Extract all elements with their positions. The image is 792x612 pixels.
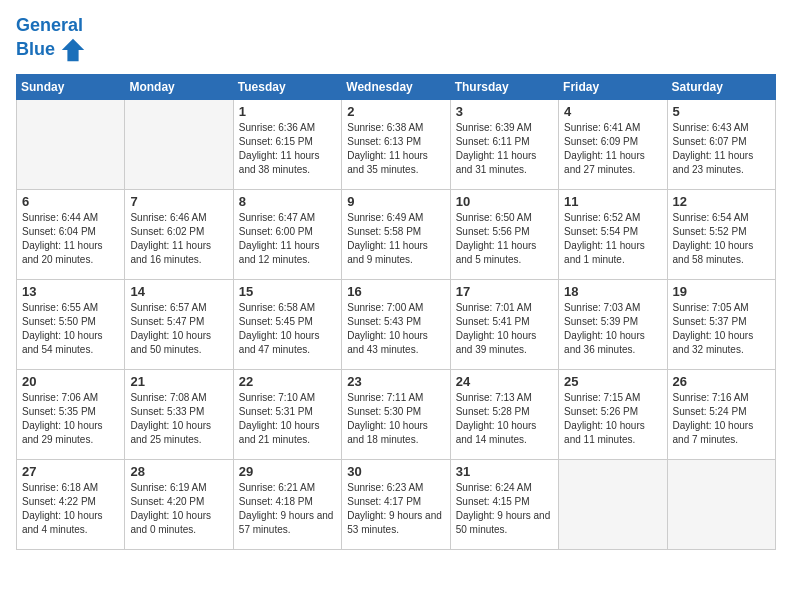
calendar-cell: 8Sunrise: 6:47 AM Sunset: 6:00 PM Daylig…	[233, 189, 341, 279]
day-info: Sunrise: 7:05 AM Sunset: 5:37 PM Dayligh…	[673, 301, 770, 357]
day-number: 25	[564, 374, 661, 389]
calendar-cell	[125, 99, 233, 189]
day-number: 8	[239, 194, 336, 209]
day-number: 19	[673, 284, 770, 299]
day-number: 13	[22, 284, 119, 299]
day-number: 5	[673, 104, 770, 119]
calendar-cell: 24Sunrise: 7:13 AM Sunset: 5:28 PM Dayli…	[450, 369, 558, 459]
calendar-cell: 25Sunrise: 7:15 AM Sunset: 5:26 PM Dayli…	[559, 369, 667, 459]
calendar-cell: 26Sunrise: 7:16 AM Sunset: 5:24 PM Dayli…	[667, 369, 775, 459]
day-number: 4	[564, 104, 661, 119]
weekday-header-tuesday: Tuesday	[233, 74, 341, 99]
day-info: Sunrise: 6:18 AM Sunset: 4:22 PM Dayligh…	[22, 481, 119, 537]
logo: General Blue	[16, 16, 87, 64]
calendar-cell: 18Sunrise: 7:03 AM Sunset: 5:39 PM Dayli…	[559, 279, 667, 369]
day-number: 26	[673, 374, 770, 389]
day-info: Sunrise: 6:57 AM Sunset: 5:47 PM Dayligh…	[130, 301, 227, 357]
day-info: Sunrise: 7:13 AM Sunset: 5:28 PM Dayligh…	[456, 391, 553, 447]
calendar-cell: 15Sunrise: 6:58 AM Sunset: 5:45 PM Dayli…	[233, 279, 341, 369]
weekday-header-sunday: Sunday	[17, 74, 125, 99]
day-number: 18	[564, 284, 661, 299]
day-info: Sunrise: 6:39 AM Sunset: 6:11 PM Dayligh…	[456, 121, 553, 177]
day-number: 21	[130, 374, 227, 389]
day-info: Sunrise: 6:38 AM Sunset: 6:13 PM Dayligh…	[347, 121, 444, 177]
calendar-cell: 1Sunrise: 6:36 AM Sunset: 6:15 PM Daylig…	[233, 99, 341, 189]
weekday-header-friday: Friday	[559, 74, 667, 99]
calendar-cell	[559, 459, 667, 549]
day-info: Sunrise: 6:24 AM Sunset: 4:15 PM Dayligh…	[456, 481, 553, 537]
page-header: General Blue	[16, 16, 776, 64]
day-info: Sunrise: 6:50 AM Sunset: 5:56 PM Dayligh…	[456, 211, 553, 267]
svg-marker-0	[62, 39, 84, 61]
calendar-cell: 21Sunrise: 7:08 AM Sunset: 5:33 PM Dayli…	[125, 369, 233, 459]
weekday-header-thursday: Thursday	[450, 74, 558, 99]
day-info: Sunrise: 6:47 AM Sunset: 6:00 PM Dayligh…	[239, 211, 336, 267]
day-info: Sunrise: 6:46 AM Sunset: 6:02 PM Dayligh…	[130, 211, 227, 267]
day-number: 20	[22, 374, 119, 389]
logo-text: General	[16, 16, 87, 36]
day-number: 3	[456, 104, 553, 119]
calendar-cell: 4Sunrise: 6:41 AM Sunset: 6:09 PM Daylig…	[559, 99, 667, 189]
day-info: Sunrise: 6:44 AM Sunset: 6:04 PM Dayligh…	[22, 211, 119, 267]
calendar-cell: 20Sunrise: 7:06 AM Sunset: 5:35 PM Dayli…	[17, 369, 125, 459]
day-info: Sunrise: 6:41 AM Sunset: 6:09 PM Dayligh…	[564, 121, 661, 177]
calendar-cell: 23Sunrise: 7:11 AM Sunset: 5:30 PM Dayli…	[342, 369, 450, 459]
calendar-cell: 13Sunrise: 6:55 AM Sunset: 5:50 PM Dayli…	[17, 279, 125, 369]
day-number: 9	[347, 194, 444, 209]
day-info: Sunrise: 6:54 AM Sunset: 5:52 PM Dayligh…	[673, 211, 770, 267]
calendar-cell: 19Sunrise: 7:05 AM Sunset: 5:37 PM Dayli…	[667, 279, 775, 369]
day-number: 16	[347, 284, 444, 299]
calendar-cell: 16Sunrise: 7:00 AM Sunset: 5:43 PM Dayli…	[342, 279, 450, 369]
day-number: 12	[673, 194, 770, 209]
day-info: Sunrise: 6:52 AM Sunset: 5:54 PM Dayligh…	[564, 211, 661, 267]
weekday-header-saturday: Saturday	[667, 74, 775, 99]
day-number: 2	[347, 104, 444, 119]
calendar-cell: 3Sunrise: 6:39 AM Sunset: 6:11 PM Daylig…	[450, 99, 558, 189]
calendar-cell: 7Sunrise: 6:46 AM Sunset: 6:02 PM Daylig…	[125, 189, 233, 279]
day-info: Sunrise: 7:15 AM Sunset: 5:26 PM Dayligh…	[564, 391, 661, 447]
logo-text2: Blue	[16, 36, 87, 64]
day-number: 24	[456, 374, 553, 389]
calendar-cell: 14Sunrise: 6:57 AM Sunset: 5:47 PM Dayli…	[125, 279, 233, 369]
day-info: Sunrise: 6:19 AM Sunset: 4:20 PM Dayligh…	[130, 481, 227, 537]
day-number: 29	[239, 464, 336, 479]
day-info: Sunrise: 6:43 AM Sunset: 6:07 PM Dayligh…	[673, 121, 770, 177]
day-number: 17	[456, 284, 553, 299]
calendar-cell: 10Sunrise: 6:50 AM Sunset: 5:56 PM Dayli…	[450, 189, 558, 279]
day-number: 27	[22, 464, 119, 479]
day-info: Sunrise: 7:03 AM Sunset: 5:39 PM Dayligh…	[564, 301, 661, 357]
calendar-cell: 9Sunrise: 6:49 AM Sunset: 5:58 PM Daylig…	[342, 189, 450, 279]
day-number: 15	[239, 284, 336, 299]
day-info: Sunrise: 6:58 AM Sunset: 5:45 PM Dayligh…	[239, 301, 336, 357]
calendar-cell	[667, 459, 775, 549]
day-info: Sunrise: 7:16 AM Sunset: 5:24 PM Dayligh…	[673, 391, 770, 447]
calendar-cell: 5Sunrise: 6:43 AM Sunset: 6:07 PM Daylig…	[667, 99, 775, 189]
calendar-cell: 30Sunrise: 6:23 AM Sunset: 4:17 PM Dayli…	[342, 459, 450, 549]
calendar-cell: 22Sunrise: 7:10 AM Sunset: 5:31 PM Dayli…	[233, 369, 341, 459]
calendar-cell: 28Sunrise: 6:19 AM Sunset: 4:20 PM Dayli…	[125, 459, 233, 549]
day-info: Sunrise: 7:08 AM Sunset: 5:33 PM Dayligh…	[130, 391, 227, 447]
day-number: 22	[239, 374, 336, 389]
weekday-header-wednesday: Wednesday	[342, 74, 450, 99]
day-number: 6	[22, 194, 119, 209]
day-number: 1	[239, 104, 336, 119]
calendar-cell: 12Sunrise: 6:54 AM Sunset: 5:52 PM Dayli…	[667, 189, 775, 279]
calendar-cell: 11Sunrise: 6:52 AM Sunset: 5:54 PM Dayli…	[559, 189, 667, 279]
calendar-cell: 6Sunrise: 6:44 AM Sunset: 6:04 PM Daylig…	[17, 189, 125, 279]
day-info: Sunrise: 6:49 AM Sunset: 5:58 PM Dayligh…	[347, 211, 444, 267]
day-info: Sunrise: 7:06 AM Sunset: 5:35 PM Dayligh…	[22, 391, 119, 447]
day-info: Sunrise: 7:00 AM Sunset: 5:43 PM Dayligh…	[347, 301, 444, 357]
calendar-cell: 27Sunrise: 6:18 AM Sunset: 4:22 PM Dayli…	[17, 459, 125, 549]
calendar-cell: 29Sunrise: 6:21 AM Sunset: 4:18 PM Dayli…	[233, 459, 341, 549]
day-info: Sunrise: 7:01 AM Sunset: 5:41 PM Dayligh…	[456, 301, 553, 357]
day-number: 30	[347, 464, 444, 479]
day-info: Sunrise: 6:36 AM Sunset: 6:15 PM Dayligh…	[239, 121, 336, 177]
calendar-cell: 17Sunrise: 7:01 AM Sunset: 5:41 PM Dayli…	[450, 279, 558, 369]
day-info: Sunrise: 6:23 AM Sunset: 4:17 PM Dayligh…	[347, 481, 444, 537]
weekday-header-monday: Monday	[125, 74, 233, 99]
day-info: Sunrise: 7:10 AM Sunset: 5:31 PM Dayligh…	[239, 391, 336, 447]
day-info: Sunrise: 7:11 AM Sunset: 5:30 PM Dayligh…	[347, 391, 444, 447]
calendar-table: SundayMondayTuesdayWednesdayThursdayFrid…	[16, 74, 776, 550]
day-info: Sunrise: 6:55 AM Sunset: 5:50 PM Dayligh…	[22, 301, 119, 357]
calendar-cell	[17, 99, 125, 189]
